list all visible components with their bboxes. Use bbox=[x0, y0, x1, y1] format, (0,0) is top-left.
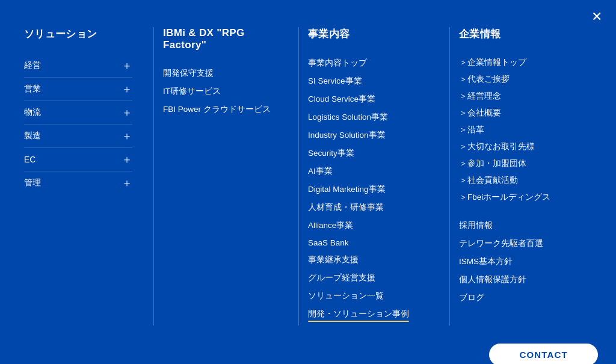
contact-bar: CONTACT bbox=[0, 338, 616, 364]
business-item-saas[interactable]: SaaS Bank bbox=[308, 235, 428, 251]
company-item-blog[interactable]: ブログ bbox=[459, 289, 573, 307]
solutions-item-ec[interactable]: EC ＋ bbox=[24, 148, 132, 171]
divider-1 bbox=[153, 27, 154, 325]
divider-2 bbox=[298, 27, 299, 325]
company-item-overview[interactable]: ＞会社概要 bbox=[459, 105, 573, 122]
company-item-isms[interactable]: ISMS基本方針 bbox=[459, 253, 573, 271]
company-item-association[interactable]: ＞参加・加盟団体 bbox=[459, 155, 573, 172]
business-item-alliance[interactable]: Alliance事業 bbox=[308, 217, 428, 235]
company-item-clients[interactable]: ＞大切なお取引先様 bbox=[459, 138, 573, 155]
ibm-column: IBMi & DX "RPG Factory" 開発保守支援 IT研修サービス … bbox=[163, 27, 289, 325]
business-item-top[interactable]: 事業内容トップ bbox=[308, 54, 428, 72]
business-item-keisho[interactable]: 事業継承支援 bbox=[308, 251, 428, 269]
divider-3 bbox=[449, 27, 450, 325]
ibm-items: 開発保守支援 IT研修サービス FBI Power クラウドサービス bbox=[163, 64, 277, 119]
plus-icon: ＋ bbox=[122, 58, 132, 73]
plus-icon: ＋ bbox=[122, 129, 132, 143]
company-item-holdings[interactable]: ＞Fbeiホールディングス bbox=[459, 189, 573, 206]
company-item-history[interactable]: ＞沿革 bbox=[459, 122, 573, 138]
company-item-recruit[interactable]: 採用情報 bbox=[459, 217, 573, 235]
business-item-ai[interactable]: AI事業 bbox=[308, 162, 428, 180]
solutions-item-kanri[interactable]: 管理 ＋ bbox=[24, 171, 132, 194]
solutions-title: ソリューション bbox=[24, 27, 132, 41]
business-items: 事業内容トップ SI Service事業 Cloud Service事業 Log… bbox=[308, 54, 428, 325]
ibm-item-kenshu[interactable]: IT研修サービス bbox=[163, 82, 277, 100]
business-item-security[interactable]: Security事業 bbox=[308, 144, 428, 162]
solutions-item-eigyo[interactable]: 営業 ＋ bbox=[24, 78, 132, 101]
solutions-items: 経営 ＋ 営業 ＋ 物流 ＋ 製造 ＋ EC ＋ bbox=[24, 54, 132, 194]
company-item-privacy[interactable]: 個人情報保護方針 bbox=[459, 271, 573, 289]
business-item-kaihatsu-jirei[interactable]: 開発・ソリューション事例 bbox=[308, 305, 409, 325]
company-item-csr[interactable]: ＞社会貢献活動 bbox=[459, 172, 573, 189]
highlight-underline bbox=[308, 321, 409, 322]
plus-icon: ＋ bbox=[122, 176, 132, 190]
plus-icon: ＋ bbox=[122, 152, 132, 167]
ibm-title: IBMi & DX "RPG Factory" bbox=[163, 27, 277, 51]
ibm-item-fbi[interactable]: FBI Power クラウドサービス bbox=[163, 100, 277, 119]
company-item-greeting[interactable]: ＞代表ご挨拶 bbox=[459, 71, 573, 88]
company-column: 企業情報 ＞企業情報トップ ＞代表ご挨拶 ＞経営理念 ＞会社概要 ＞沿革 ＞大切… bbox=[459, 27, 585, 325]
nav-overlay: ✕ ソリューション 経営 ＋ 営業 ＋ 物流 ＋ 製造 ＋ bbox=[0, 0, 616, 364]
solutions-item-butsuryu[interactable]: 物流 ＋ bbox=[24, 101, 132, 125]
plus-icon: ＋ bbox=[122, 105, 132, 120]
ibm-item-kaihatsu[interactable]: 開発保守支援 bbox=[163, 64, 277, 82]
contact-button[interactable]: CONTACT bbox=[489, 344, 598, 364]
company-item-telework[interactable]: テレワーク先駆者百選 bbox=[459, 235, 573, 253]
business-item-logistics[interactable]: Logistics Solution事業 bbox=[308, 108, 428, 126]
business-item-solution-list[interactable]: ソリューション一覧 bbox=[308, 287, 428, 305]
business-item-jinzai[interactable]: 人材育成・研修事業 bbox=[308, 199, 428, 217]
business-item-group[interactable]: グループ経営支援 bbox=[308, 269, 428, 287]
plus-icon: ＋ bbox=[122, 82, 132, 96]
business-title: 事業内容 bbox=[308, 27, 428, 41]
solutions-column: ソリューション 経営 ＋ 営業 ＋ 物流 ＋ 製造 ＋ bbox=[24, 27, 144, 325]
menu-container: ソリューション 経営 ＋ 営業 ＋ 物流 ＋ 製造 ＋ bbox=[0, 0, 616, 338]
business-item-cloud[interactable]: Cloud Service事業 bbox=[308, 90, 428, 108]
company-item-top[interactable]: ＞企業情報トップ bbox=[459, 54, 573, 71]
company-title: 企業情報 bbox=[459, 27, 573, 41]
business-item-industry[interactable]: Industry Solution事業 bbox=[308, 126, 428, 144]
business-column: 事業内容 事業内容トップ SI Service事業 Cloud Service事… bbox=[308, 27, 440, 325]
company-items-1: ＞企業情報トップ ＞代表ご挨拶 ＞経営理念 ＞会社概要 ＞沿革 ＞大切なお取引先… bbox=[459, 54, 573, 206]
solutions-item-seizo[interactable]: 製造 ＋ bbox=[24, 125, 132, 148]
business-item-si[interactable]: SI Service事業 bbox=[308, 72, 428, 90]
company-items-2: 採用情報 テレワーク先駆者百選 ISMS基本方針 個人情報保護方針 ブログ bbox=[459, 217, 573, 307]
business-item-digital[interactable]: Digital Marketing事業 bbox=[308, 180, 428, 199]
solutions-item-keiei[interactable]: 経営 ＋ bbox=[24, 54, 132, 78]
close-button[interactable]: ✕ bbox=[587, 7, 606, 26]
company-item-philosophy[interactable]: ＞経営理念 bbox=[459, 88, 573, 105]
